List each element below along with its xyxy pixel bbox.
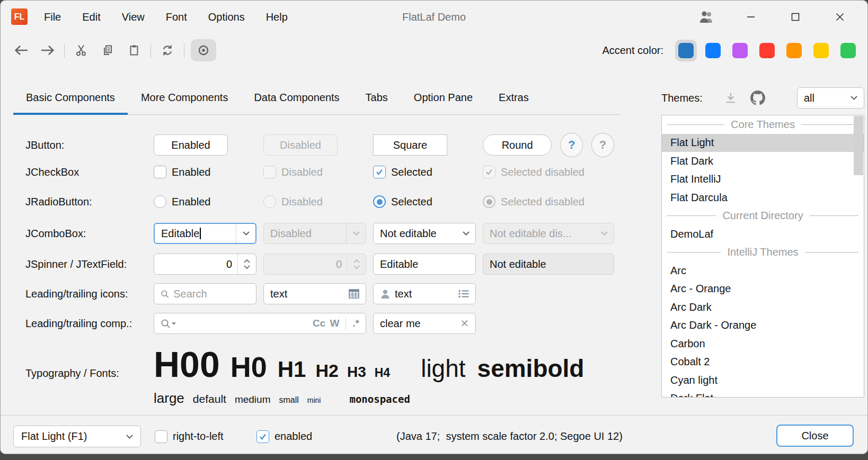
theme-list-item[interactable]: Flat IntelliJ bbox=[662, 170, 864, 189]
spinner-enabled[interactable]: 0 bbox=[154, 254, 256, 275]
lookandfeel-combobox[interactable]: Flat Light (F1) bbox=[13, 426, 141, 447]
accent-swatch[interactable] bbox=[675, 40, 697, 61]
back-icon[interactable] bbox=[11, 40, 31, 60]
theme-list-item[interactable]: Cobalt 2 bbox=[662, 353, 864, 372]
search-icon bbox=[161, 289, 169, 299]
maximize-button[interactable] bbox=[773, 1, 818, 33]
chevron-down-icon bbox=[456, 223, 475, 243]
forward-icon[interactable] bbox=[38, 40, 58, 60]
close-window-button[interactable] bbox=[818, 1, 862, 33]
help-button-gray[interactable]: ? bbox=[591, 133, 614, 157]
theme-list-item[interactable]: Flat Light bbox=[662, 134, 864, 152]
spinner-buttons[interactable] bbox=[237, 254, 256, 274]
square-button[interactable]: Square bbox=[373, 134, 447, 156]
mini-sample: mini bbox=[307, 396, 321, 404]
refresh-icon[interactable] bbox=[157, 40, 178, 60]
light-sample: light bbox=[421, 354, 465, 383]
right-to-left-checkbox[interactable]: right-to-left bbox=[155, 426, 224, 447]
clear-icon[interactable]: ✕ bbox=[460, 317, 469, 330]
theme-list-item[interactable]: Flat Darcula bbox=[662, 188, 864, 207]
match-case-button[interactable]: Cc bbox=[313, 318, 325, 329]
theme-list-item[interactable]: IntelliJ Themes bbox=[662, 243, 864, 262]
search-input[interactable] bbox=[173, 288, 250, 300]
checkbox-enabled[interactable]: Enabled bbox=[154, 166, 256, 178]
jcheckbox-row: JCheckBox Enabled Disabled Selected Sele… bbox=[25, 165, 621, 179]
theme-list-item[interactable]: Arc Dark bbox=[662, 298, 864, 317]
text-field-table[interactable]: text bbox=[263, 283, 366, 304]
user-icon bbox=[380, 289, 391, 299]
show-hover-toggle[interactable] bbox=[191, 39, 216, 61]
accent-swatch[interactable] bbox=[756, 40, 778, 61]
menu-item[interactable]: Options bbox=[208, 11, 245, 23]
minimize-button[interactable] bbox=[729, 1, 773, 33]
accent-swatch[interactable] bbox=[702, 40, 724, 61]
theme-list-item[interactable]: Current Directory bbox=[662, 207, 864, 226]
round-button[interactable]: Round bbox=[483, 134, 552, 156]
whole-word-button[interactable]: W bbox=[330, 318, 339, 329]
paste-icon[interactable] bbox=[124, 40, 144, 60]
chevron-down-icon bbox=[126, 435, 133, 439]
combobox-disabled: Disabled bbox=[263, 223, 366, 244]
combobox-editable[interactable]: Editable bbox=[154, 223, 256, 244]
accent-swatch[interactable] bbox=[810, 40, 832, 61]
menu-item[interactable]: View bbox=[122, 11, 145, 23]
chevron-down-icon bbox=[595, 223, 614, 243]
h0-sample: H0 bbox=[231, 350, 267, 383]
jradiobutton-label: JRadioButton: bbox=[25, 196, 154, 208]
tab[interactable]: Extras bbox=[499, 81, 529, 114]
radio-selected[interactable]: Selected bbox=[373, 195, 476, 208]
users-icon[interactable] bbox=[684, 1, 729, 33]
menu-item[interactable]: Font bbox=[166, 11, 187, 23]
checkbox-disabled: Disabled bbox=[263, 166, 366, 178]
menu-item[interactable]: Edit bbox=[82, 11, 100, 23]
icons-row: Leading/trailing icons: text text bbox=[25, 283, 483, 304]
textfield-editable[interactable]: Editable bbox=[373, 254, 476, 275]
regex-button[interactable]: .* bbox=[352, 318, 359, 329]
themes-filter-combobox[interactable]: all bbox=[797, 87, 864, 109]
search-menu-icon[interactable] bbox=[161, 319, 176, 329]
accent-swatch[interactable] bbox=[837, 40, 859, 61]
help-button-blue[interactable]: ? bbox=[560, 133, 583, 157]
tab[interactable]: Basic Components bbox=[26, 81, 115, 114]
checkbox-selected[interactable]: Selected bbox=[373, 166, 476, 178]
accent-swatch[interactable] bbox=[783, 40, 805, 61]
combobox-not-editable[interactable]: Not editable bbox=[373, 223, 476, 244]
github-icon[interactable] bbox=[750, 91, 765, 105]
theme-list-item[interactable]: Dark Flat bbox=[662, 390, 864, 398]
clearable-field[interactable]: clear me ✕ bbox=[373, 313, 476, 334]
theme-list-item[interactable]: Cyan light bbox=[662, 371, 864, 390]
theme-list-item[interactable]: Carbon bbox=[662, 335, 864, 353]
themes-scrollbar[interactable] bbox=[854, 116, 863, 175]
medium-sample: medium bbox=[235, 394, 271, 405]
tab[interactable]: More Components bbox=[141, 81, 228, 114]
theme-list-item[interactable]: Arc bbox=[662, 261, 864, 280]
search-with-options-field[interactable]: Cc W .* bbox=[154, 313, 366, 334]
theme-list-item[interactable]: Core Themes bbox=[662, 115, 864, 134]
tab[interactable]: Tabs bbox=[366, 81, 388, 114]
theme-list-item[interactable]: Flat Dark bbox=[662, 152, 864, 170]
h00-sample: H00 bbox=[154, 344, 220, 385]
combobox-arrow-button[interactable] bbox=[236, 224, 255, 243]
accent-swatch[interactable] bbox=[729, 40, 751, 61]
radio-selected-icon bbox=[373, 195, 386, 208]
theme-list-item[interactable]: Arc - Orange bbox=[662, 280, 864, 299]
tab-bar: Basic ComponentsMore ComponentsData Comp… bbox=[13, 81, 621, 115]
radio-icon bbox=[263, 195, 276, 208]
tab[interactable]: Option Pane bbox=[414, 81, 473, 114]
search-field[interactable] bbox=[154, 283, 256, 304]
download-icon[interactable] bbox=[724, 91, 738, 105]
menu-item[interactable]: Help bbox=[266, 11, 288, 23]
cut-icon[interactable] bbox=[71, 40, 91, 60]
text-field-user-list[interactable]: text bbox=[373, 283, 476, 304]
enabled-button[interactable]: Enabled bbox=[154, 134, 228, 156]
theme-list-item[interactable]: Arc Dark - Orange bbox=[662, 317, 864, 335]
chevron-down-icon bbox=[851, 96, 857, 100]
enabled-checkbox[interactable]: enabled bbox=[256, 426, 312, 447]
chevron-up-icon bbox=[244, 259, 250, 263]
tab[interactable]: Data Components bbox=[254, 81, 339, 114]
copy-icon[interactable] bbox=[98, 40, 118, 60]
close-button[interactable]: Close bbox=[776, 425, 854, 447]
radio-enabled[interactable]: Enabled bbox=[154, 195, 256, 208]
theme-list-item[interactable]: DemoLaf bbox=[662, 225, 864, 243]
menu-item[interactable]: File bbox=[44, 11, 61, 23]
